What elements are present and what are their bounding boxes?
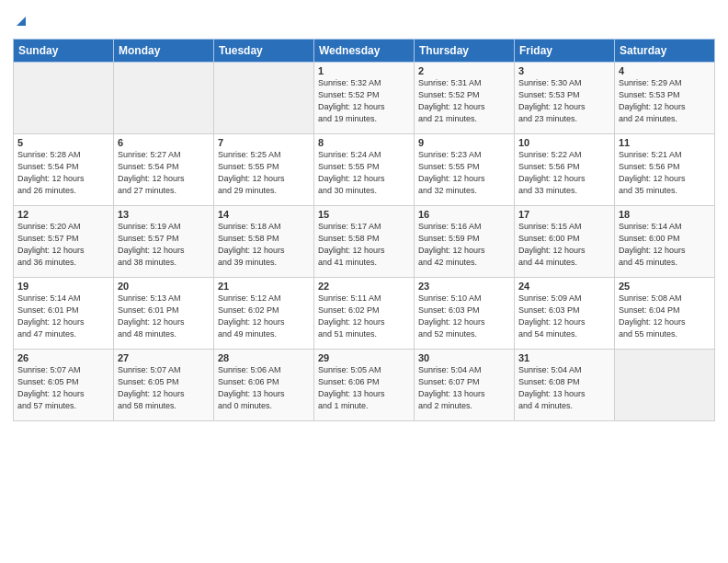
day-cell: 10Sunrise: 5:22 AM Sunset: 5:56 PM Dayli… bbox=[515, 133, 615, 205]
day-number: 22 bbox=[318, 281, 410, 292]
day-info: Sunrise: 5:15 AM Sunset: 6:00 PM Dayligh… bbox=[518, 221, 610, 269]
week-row-1: 1Sunrise: 5:32 AM Sunset: 5:52 PM Daylig… bbox=[14, 62, 715, 133]
day-number: 26 bbox=[17, 352, 109, 363]
day-info: Sunrise: 5:14 AM Sunset: 6:01 PM Dayligh… bbox=[17, 293, 109, 340]
day-info: Sunrise: 5:22 AM Sunset: 5:56 PM Dayligh… bbox=[518, 149, 610, 197]
day-number: 5 bbox=[17, 137, 109, 148]
day-cell: 13Sunrise: 5:19 AM Sunset: 5:57 PM Dayli… bbox=[114, 205, 214, 277]
day-cell: 29Sunrise: 5:05 AM Sunset: 6:06 PM Dayli… bbox=[314, 349, 415, 420]
day-cell: 1Sunrise: 5:32 AM Sunset: 5:52 PM Daylig… bbox=[314, 62, 415, 133]
day-cell: 22Sunrise: 5:11 AM Sunset: 6:02 PM Dayli… bbox=[314, 277, 415, 349]
day-number: 31 bbox=[518, 352, 610, 363]
day-info: Sunrise: 5:24 AM Sunset: 5:55 PM Dayligh… bbox=[318, 149, 410, 197]
calendar-body: 1Sunrise: 5:32 AM Sunset: 5:52 PM Daylig… bbox=[14, 62, 715, 420]
day-cell: 21Sunrise: 5:12 AM Sunset: 6:02 PM Dayli… bbox=[214, 277, 314, 349]
day-number: 16 bbox=[418, 209, 510, 220]
day-cell: 3Sunrise: 5:30 AM Sunset: 5:53 PM Daylig… bbox=[515, 62, 615, 133]
day-cell: 11Sunrise: 5:21 AM Sunset: 5:56 PM Dayli… bbox=[615, 133, 715, 205]
day-cell: 16Sunrise: 5:16 AM Sunset: 5:59 PM Dayli… bbox=[415, 205, 515, 277]
day-info: Sunrise: 5:32 AM Sunset: 5:52 PM Dayligh… bbox=[318, 77, 410, 125]
day-number: 24 bbox=[518, 281, 610, 292]
day-cell: 17Sunrise: 5:15 AM Sunset: 6:00 PM Dayli… bbox=[515, 205, 615, 277]
day-header-thursday: Thursday bbox=[415, 39, 515, 62]
day-cell bbox=[14, 62, 114, 133]
week-row-2: 5Sunrise: 5:28 AM Sunset: 5:54 PM Daylig… bbox=[14, 133, 715, 205]
day-info: Sunrise: 5:21 AM Sunset: 5:56 PM Dayligh… bbox=[619, 149, 711, 197]
day-cell: 4Sunrise: 5:29 AM Sunset: 5:53 PM Daylig… bbox=[615, 62, 715, 133]
day-cell: 27Sunrise: 5:07 AM Sunset: 6:05 PM Dayli… bbox=[114, 349, 214, 420]
day-number: 7 bbox=[218, 137, 310, 148]
day-info: Sunrise: 5:04 AM Sunset: 6:07 PM Dayligh… bbox=[418, 364, 510, 412]
day-cell bbox=[615, 349, 715, 420]
day-cell: 18Sunrise: 5:14 AM Sunset: 6:00 PM Dayli… bbox=[615, 205, 715, 277]
day-cell: 14Sunrise: 5:18 AM Sunset: 5:58 PM Dayli… bbox=[214, 205, 314, 277]
day-cell: 19Sunrise: 5:14 AM Sunset: 6:01 PM Dayli… bbox=[14, 277, 114, 349]
header bbox=[13, 9, 715, 31]
day-number: 6 bbox=[118, 137, 210, 148]
day-info: Sunrise: 5:12 AM Sunset: 6:02 PM Dayligh… bbox=[218, 293, 310, 340]
day-cell: 8Sunrise: 5:24 AM Sunset: 5:55 PM Daylig… bbox=[314, 133, 415, 205]
day-number: 28 bbox=[218, 352, 310, 363]
day-info: Sunrise: 5:14 AM Sunset: 6:00 PM Dayligh… bbox=[619, 221, 711, 269]
day-info: Sunrise: 5:05 AM Sunset: 6:06 PM Dayligh… bbox=[318, 364, 410, 412]
day-info: Sunrise: 5:13 AM Sunset: 6:01 PM Dayligh… bbox=[118, 293, 210, 340]
day-info: Sunrise: 5:28 AM Sunset: 5:54 PM Dayligh… bbox=[17, 149, 109, 197]
day-info: Sunrise: 5:23 AM Sunset: 5:55 PM Dayligh… bbox=[418, 149, 510, 197]
logo-line1 bbox=[13, 13, 28, 31]
day-cell bbox=[214, 62, 314, 133]
day-info: Sunrise: 5:19 AM Sunset: 5:57 PM Dayligh… bbox=[118, 221, 210, 269]
day-cell bbox=[114, 62, 214, 133]
day-number: 25 bbox=[619, 281, 711, 292]
day-number: 11 bbox=[619, 137, 711, 148]
day-cell: 5Sunrise: 5:28 AM Sunset: 5:54 PM Daylig… bbox=[14, 133, 114, 205]
day-number: 30 bbox=[418, 352, 510, 363]
day-info: Sunrise: 5:31 AM Sunset: 5:52 PM Dayligh… bbox=[418, 77, 510, 125]
day-cell: 24Sunrise: 5:09 AM Sunset: 6:03 PM Dayli… bbox=[515, 277, 615, 349]
day-cell: 12Sunrise: 5:20 AM Sunset: 5:57 PM Dayli… bbox=[14, 205, 114, 277]
day-cell: 31Sunrise: 5:04 AM Sunset: 6:08 PM Dayli… bbox=[515, 349, 615, 420]
day-number: 2 bbox=[418, 65, 510, 76]
week-row-3: 12Sunrise: 5:20 AM Sunset: 5:57 PM Dayli… bbox=[14, 205, 715, 277]
day-number: 27 bbox=[118, 352, 210, 363]
day-number: 17 bbox=[518, 209, 610, 220]
day-number: 1 bbox=[318, 65, 410, 76]
day-info: Sunrise: 5:30 AM Sunset: 5:53 PM Dayligh… bbox=[518, 77, 610, 125]
day-number: 4 bbox=[619, 65, 711, 76]
day-info: Sunrise: 5:18 AM Sunset: 5:58 PM Dayligh… bbox=[218, 221, 310, 269]
logo-icon bbox=[15, 15, 28, 28]
day-info: Sunrise: 5:09 AM Sunset: 6:03 PM Dayligh… bbox=[518, 293, 610, 340]
day-number: 13 bbox=[118, 209, 210, 220]
day-header-saturday: Saturday bbox=[615, 39, 715, 62]
day-cell: 26Sunrise: 5:07 AM Sunset: 6:05 PM Dayli… bbox=[14, 349, 114, 420]
day-info: Sunrise: 5:29 AM Sunset: 5:53 PM Dayligh… bbox=[619, 77, 711, 125]
day-number: 10 bbox=[518, 137, 610, 148]
day-header-monday: Monday bbox=[114, 39, 214, 62]
day-info: Sunrise: 5:07 AM Sunset: 6:05 PM Dayligh… bbox=[17, 364, 109, 412]
day-header-tuesday: Tuesday bbox=[214, 39, 314, 62]
day-info: Sunrise: 5:11 AM Sunset: 6:02 PM Dayligh… bbox=[318, 293, 410, 340]
day-info: Sunrise: 5:08 AM Sunset: 6:04 PM Dayligh… bbox=[619, 293, 711, 340]
day-cell: 28Sunrise: 5:06 AM Sunset: 6:06 PM Dayli… bbox=[214, 349, 314, 420]
week-row-4: 19Sunrise: 5:14 AM Sunset: 6:01 PM Dayli… bbox=[14, 277, 715, 349]
day-info: Sunrise: 5:10 AM Sunset: 6:03 PM Dayligh… bbox=[418, 293, 510, 340]
svg-marker-0 bbox=[17, 17, 26, 26]
day-info: Sunrise: 5:20 AM Sunset: 5:57 PM Dayligh… bbox=[17, 221, 109, 269]
day-number: 18 bbox=[619, 209, 711, 220]
day-info: Sunrise: 5:06 AM Sunset: 6:06 PM Dayligh… bbox=[218, 364, 310, 412]
day-cell: 30Sunrise: 5:04 AM Sunset: 6:07 PM Dayli… bbox=[415, 349, 515, 420]
day-info: Sunrise: 5:07 AM Sunset: 6:05 PM Dayligh… bbox=[118, 364, 210, 412]
day-cell: 25Sunrise: 5:08 AM Sunset: 6:04 PM Dayli… bbox=[615, 277, 715, 349]
day-number: 3 bbox=[518, 65, 610, 76]
day-info: Sunrise: 5:17 AM Sunset: 5:58 PM Dayligh… bbox=[318, 221, 410, 269]
calendar-container: SundayMondayTuesdayWednesdayThursdayFrid… bbox=[0, 0, 728, 563]
day-number: 8 bbox=[318, 137, 410, 148]
day-header-sunday: Sunday bbox=[14, 39, 114, 62]
day-number: 12 bbox=[17, 209, 109, 220]
day-header-friday: Friday bbox=[515, 39, 615, 62]
week-row-5: 26Sunrise: 5:07 AM Sunset: 6:05 PM Dayli… bbox=[14, 349, 715, 420]
day-cell: 15Sunrise: 5:17 AM Sunset: 5:58 PM Dayli… bbox=[314, 205, 415, 277]
day-number: 15 bbox=[318, 209, 410, 220]
day-cell: 7Sunrise: 5:25 AM Sunset: 5:55 PM Daylig… bbox=[214, 133, 314, 205]
calendar-table: SundayMondayTuesdayWednesdayThursdayFrid… bbox=[13, 39, 715, 421]
calendar-header-row: SundayMondayTuesdayWednesdayThursdayFrid… bbox=[14, 39, 715, 62]
